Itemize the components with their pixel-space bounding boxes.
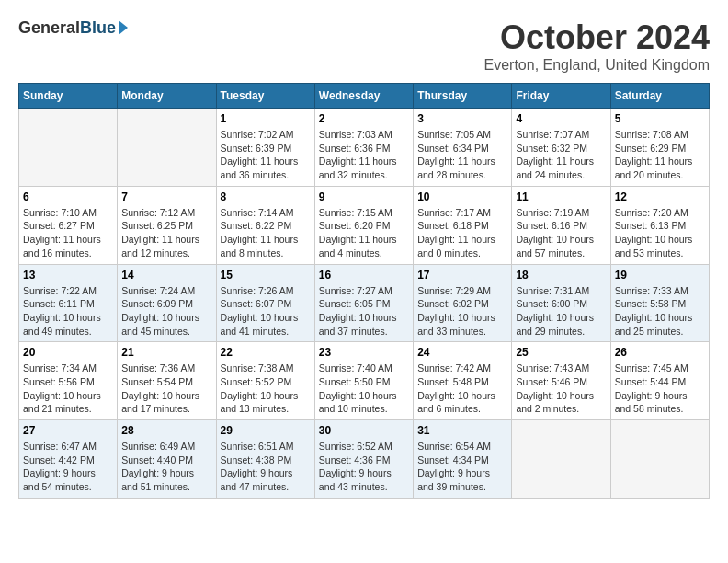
calendar-cell: 5Sunrise: 7:08 AMSunset: 6:29 PMDaylight… [610,109,709,187]
calendar-cell: 11Sunrise: 7:19 AMSunset: 6:16 PMDayligh… [512,186,610,264]
calendar-cell: 25Sunrise: 7:43 AMSunset: 5:46 PMDayligh… [512,342,610,420]
day-info: Sunrise: 7:03 AMSunset: 6:36 PMDaylight:… [319,128,409,182]
calendar-cell: 2Sunrise: 7:03 AMSunset: 6:36 PMDaylight… [314,109,413,187]
calendar-header-row: SundayMondayTuesdayWednesdayThursdayFrid… [19,84,710,109]
calendar-cell: 18Sunrise: 7:31 AMSunset: 6:00 PMDayligh… [512,264,610,342]
calendar-cell: 7Sunrise: 7:12 AMSunset: 6:25 PMDaylight… [118,186,216,264]
calendar-header-thursday: Thursday [414,84,512,109]
calendar-header-monday: Monday [118,84,216,109]
day-info: Sunrise: 7:07 AMSunset: 6:32 PMDaylight:… [516,128,606,182]
day-info: Sunrise: 7:33 AMSunset: 5:58 PMDaylight:… [615,284,705,339]
day-number: 21 [121,346,211,359]
day-number: 1 [221,112,311,125]
day-info: Sunrise: 7:02 AMSunset: 6:39 PMDaylight:… [221,128,311,182]
day-number: 22 [221,346,311,359]
calendar-cell: 27Sunrise: 6:47 AMSunset: 4:42 PMDayligh… [19,420,118,499]
calendar-cell [19,109,118,187]
day-number: 23 [319,346,409,359]
day-number: 2 [319,112,409,125]
calendar-header-friday: Friday [512,84,610,109]
title-block: October 2024 Everton, England, United Ki… [484,18,710,74]
day-info: Sunrise: 7:24 AMSunset: 6:09 PMDaylight:… [121,284,211,339]
day-number: 3 [417,112,507,125]
calendar-header-saturday: Saturday [610,84,709,109]
day-number: 31 [417,424,507,437]
calendar-cell: 14Sunrise: 7:24 AMSunset: 6:09 PMDayligh… [118,264,216,342]
day-number: 30 [319,424,409,437]
calendar-cell: 10Sunrise: 7:17 AMSunset: 6:18 PMDayligh… [414,186,512,264]
day-info: Sunrise: 7:17 AMSunset: 6:18 PMDaylight:… [417,206,507,260]
day-number: 15 [221,269,311,282]
calendar-cell [118,109,216,187]
day-number: 17 [417,269,507,282]
day-number: 7 [121,190,211,203]
calendar-cell: 22Sunrise: 7:38 AMSunset: 5:52 PMDayligh… [216,342,314,420]
day-info: Sunrise: 7:42 AMSunset: 5:48 PMDaylight:… [417,362,507,416]
day-number: 18 [516,269,606,282]
calendar-cell: 30Sunrise: 6:52 AMSunset: 4:36 PMDayligh… [314,420,413,499]
day-number: 27 [23,424,113,437]
day-info: Sunrise: 6:51 AMSunset: 4:38 PMDaylight:… [221,440,311,494]
calendar-cell: 8Sunrise: 7:14 AMSunset: 6:22 PMDaylight… [216,186,314,264]
calendar-header-sunday: Sunday [19,84,118,109]
page-header: General Blue October 2024 Everton, Engla… [18,18,710,74]
calendar-cell: 17Sunrise: 7:29 AMSunset: 6:02 PMDayligh… [414,264,512,342]
day-number: 19 [615,269,705,282]
day-number: 26 [615,346,705,359]
calendar-week-3: 13Sunrise: 7:22 AMSunset: 6:11 PMDayligh… [19,264,710,342]
calendar-cell [512,420,610,499]
calendar-cell: 13Sunrise: 7:22 AMSunset: 6:11 PMDayligh… [19,264,118,342]
day-info: Sunrise: 7:40 AMSunset: 5:50 PMDaylight:… [319,362,409,416]
calendar-cell: 31Sunrise: 6:54 AMSunset: 4:34 PMDayligh… [414,420,512,499]
calendar-cell: 26Sunrise: 7:45 AMSunset: 5:44 PMDayligh… [610,342,709,420]
day-info: Sunrise: 7:12 AMSunset: 6:25 PMDaylight:… [121,206,211,260]
day-info: Sunrise: 7:34 AMSunset: 5:56 PMDaylight:… [23,362,113,416]
calendar-cell [610,420,709,499]
calendar-cell: 9Sunrise: 7:15 AMSunset: 6:20 PMDaylight… [314,186,413,264]
calendar-cell: 4Sunrise: 7:07 AMSunset: 6:32 PMDaylight… [512,109,610,187]
day-info: Sunrise: 7:31 AMSunset: 6:00 PMDaylight:… [516,284,606,339]
calendar-week-1: 1Sunrise: 7:02 AMSunset: 6:39 PMDaylight… [19,109,710,187]
day-info: Sunrise: 7:19 AMSunset: 6:16 PMDaylight:… [516,206,606,260]
day-info: Sunrise: 7:14 AMSunset: 6:22 PMDaylight:… [221,206,311,260]
logo-arrow-icon [119,20,128,35]
day-number: 29 [221,424,311,437]
day-number: 12 [615,190,705,203]
location: Everton, England, United Kingdom [484,57,710,74]
day-number: 24 [417,346,507,359]
calendar-cell: 12Sunrise: 7:20 AMSunset: 6:13 PMDayligh… [610,186,709,264]
day-number: 4 [516,112,606,125]
calendar-cell: 20Sunrise: 7:34 AMSunset: 5:56 PMDayligh… [19,342,118,420]
calendar-cell: 28Sunrise: 6:49 AMSunset: 4:40 PMDayligh… [118,420,216,499]
calendar-header-wednesday: Wednesday [314,84,413,109]
day-info: Sunrise: 6:47 AMSunset: 4:42 PMDaylight:… [23,440,113,494]
calendar-header-tuesday: Tuesday [216,84,314,109]
day-number: 8 [221,190,311,203]
day-number: 13 [23,269,113,282]
logo-general: General [18,18,80,38]
day-info: Sunrise: 7:05 AMSunset: 6:34 PMDaylight:… [417,128,507,182]
day-number: 9 [319,190,409,203]
calendar-cell: 24Sunrise: 7:42 AMSunset: 5:48 PMDayligh… [414,342,512,420]
month-title: October 2024 [484,18,710,57]
calendar-cell: 29Sunrise: 6:51 AMSunset: 4:38 PMDayligh… [216,420,314,499]
day-info: Sunrise: 6:52 AMSunset: 4:36 PMDaylight:… [319,440,409,494]
calendar-cell: 15Sunrise: 7:26 AMSunset: 6:07 PMDayligh… [216,264,314,342]
calendar-week-4: 20Sunrise: 7:34 AMSunset: 5:56 PMDayligh… [19,342,710,420]
day-info: Sunrise: 7:10 AMSunset: 6:27 PMDaylight:… [23,206,113,260]
day-number: 10 [417,190,507,203]
day-info: Sunrise: 7:20 AMSunset: 6:13 PMDaylight:… [615,206,705,260]
day-info: Sunrise: 7:29 AMSunset: 6:02 PMDaylight:… [417,284,507,339]
day-info: Sunrise: 7:45 AMSunset: 5:44 PMDaylight:… [615,362,705,416]
day-number: 20 [23,346,113,359]
day-info: Sunrise: 7:26 AMSunset: 6:07 PMDaylight:… [221,284,311,339]
calendar-cell: 19Sunrise: 7:33 AMSunset: 5:58 PMDayligh… [610,264,709,342]
calendar-table: SundayMondayTuesdayWednesdayThursdayFrid… [18,83,710,499]
calendar-cell: 3Sunrise: 7:05 AMSunset: 6:34 PMDaylight… [414,109,512,187]
day-info: Sunrise: 7:22 AMSunset: 6:11 PMDaylight:… [23,284,113,339]
calendar-week-5: 27Sunrise: 6:47 AMSunset: 4:42 PMDayligh… [19,420,710,499]
day-number: 6 [23,190,113,203]
day-info: Sunrise: 7:38 AMSunset: 5:52 PMDaylight:… [221,362,311,416]
day-number: 28 [121,424,211,437]
calendar-cell: 6Sunrise: 7:10 AMSunset: 6:27 PMDaylight… [19,186,118,264]
